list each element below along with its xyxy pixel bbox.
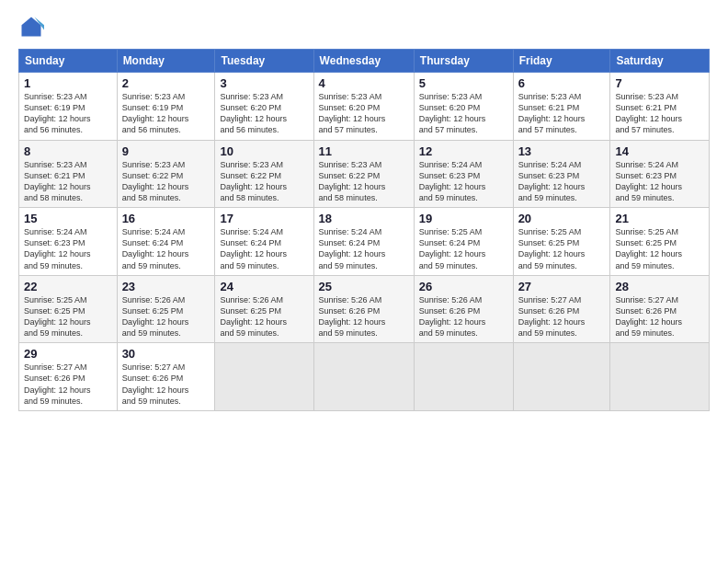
day-detail: Sunrise: 5:26 AM Sunset: 6:26 PM Dayligh…	[319, 294, 409, 339]
day-number: 4	[319, 76, 409, 90]
calendar-cell: 18Sunrise: 5:24 AM Sunset: 6:24 PM Dayli…	[313, 208, 414, 276]
calendar-cell	[215, 343, 313, 411]
day-number: 15	[24, 212, 112, 225]
svg-marker-0	[22, 17, 41, 37]
day-detail: Sunrise: 5:26 AM Sunset: 6:25 PM Dayligh…	[220, 294, 308, 339]
calendar-cell: 24Sunrise: 5:26 AM Sunset: 6:25 PM Dayli…	[215, 275, 313, 343]
day-detail: Sunrise: 5:24 AM Sunset: 6:24 PM Dayligh…	[122, 226, 210, 271]
calendar-cell: 15Sunrise: 5:24 AM Sunset: 6:23 PM Dayli…	[19, 208, 118, 276]
calendar-table: SundayMondayTuesdayWednesdayThursdayFrid…	[18, 49, 710, 411]
day-header-saturday: Saturday	[610, 50, 710, 73]
day-detail: Sunrise: 5:24 AM Sunset: 6:23 PM Dayligh…	[419, 159, 508, 204]
day-detail: Sunrise: 5:27 AM Sunset: 6:26 PM Dayligh…	[122, 362, 210, 407]
day-detail: Sunrise: 5:25 AM Sunset: 6:24 PM Dayligh…	[419, 226, 508, 271]
day-detail: Sunrise: 5:24 AM Sunset: 6:24 PM Dayligh…	[220, 226, 308, 271]
day-number: 6	[518, 76, 606, 90]
header-row	[18, 14, 710, 40]
day-detail: Sunrise: 5:26 AM Sunset: 6:25 PM Dayligh…	[122, 294, 210, 339]
calendar-cell: 10Sunrise: 5:23 AM Sunset: 6:22 PM Dayli…	[215, 140, 313, 208]
calendar-cell: 2Sunrise: 5:23 AM Sunset: 6:19 PM Daylig…	[117, 73, 215, 141]
day-number: 25	[319, 280, 409, 293]
calendar-cell: 11Sunrise: 5:23 AM Sunset: 6:22 PM Dayli…	[313, 140, 414, 208]
calendar-cell: 17Sunrise: 5:24 AM Sunset: 6:24 PM Dayli…	[215, 208, 313, 276]
day-number: 23	[122, 280, 210, 293]
day-detail: Sunrise: 5:24 AM Sunset: 6:23 PM Dayligh…	[518, 159, 606, 204]
day-detail: Sunrise: 5:23 AM Sunset: 6:19 PM Dayligh…	[122, 91, 210, 136]
calendar-cell: 5Sunrise: 5:23 AM Sunset: 6:20 PM Daylig…	[414, 73, 513, 141]
calendar-cell: 14Sunrise: 5:24 AM Sunset: 6:23 PM Dayli…	[610, 140, 710, 208]
calendar-cell	[313, 343, 414, 411]
day-number: 20	[518, 212, 606, 225]
calendar-cell: 13Sunrise: 5:24 AM Sunset: 6:23 PM Dayli…	[513, 140, 610, 208]
calendar-cell: 1Sunrise: 5:23 AM Sunset: 6:19 PM Daylig…	[19, 73, 118, 141]
day-detail: Sunrise: 5:23 AM Sunset: 6:21 PM Dayligh…	[518, 91, 606, 136]
calendar-cell: 20Sunrise: 5:25 AM Sunset: 6:25 PM Dayli…	[513, 208, 610, 276]
calendar-cell: 16Sunrise: 5:24 AM Sunset: 6:24 PM Dayli…	[117, 208, 215, 276]
day-number: 3	[220, 76, 308, 90]
day-detail: Sunrise: 5:24 AM Sunset: 6:23 PM Dayligh…	[24, 226, 112, 271]
day-header-thursday: Thursday	[414, 50, 513, 73]
week-row-1: 1Sunrise: 5:23 AM Sunset: 6:19 PM Daylig…	[19, 73, 710, 141]
day-header-sunday: Sunday	[19, 50, 118, 73]
calendar-cell	[513, 343, 610, 411]
day-number: 28	[615, 280, 704, 293]
day-number: 8	[24, 144, 112, 158]
day-detail: Sunrise: 5:27 AM Sunset: 6:26 PM Dayligh…	[24, 362, 112, 407]
page: SundayMondayTuesdayWednesdayThursdayFrid…	[0, 0, 728, 563]
day-detail: Sunrise: 5:24 AM Sunset: 6:23 PM Dayligh…	[615, 159, 704, 204]
header-row-days: SundayMondayTuesdayWednesdayThursdayFrid…	[19, 50, 710, 73]
day-number: 30	[122, 347, 210, 361]
day-detail: Sunrise: 5:23 AM Sunset: 6:22 PM Dayligh…	[122, 159, 210, 204]
calendar-cell: 8Sunrise: 5:23 AM Sunset: 6:21 PM Daylig…	[19, 140, 118, 208]
calendar-cell	[610, 343, 710, 411]
calendar-cell: 6Sunrise: 5:23 AM Sunset: 6:21 PM Daylig…	[513, 73, 610, 141]
calendar-cell: 26Sunrise: 5:26 AM Sunset: 6:26 PM Dayli…	[414, 275, 513, 343]
day-number: 16	[122, 212, 210, 225]
day-number: 2	[122, 76, 210, 90]
calendar-cell: 28Sunrise: 5:27 AM Sunset: 6:26 PM Dayli…	[610, 275, 710, 343]
day-number: 11	[319, 144, 409, 158]
day-number: 18	[319, 212, 409, 225]
day-number: 21	[615, 212, 704, 225]
day-header-friday: Friday	[513, 50, 610, 73]
day-detail: Sunrise: 5:23 AM Sunset: 6:19 PM Dayligh…	[24, 91, 112, 136]
week-row-4: 22Sunrise: 5:25 AM Sunset: 6:25 PM Dayli…	[19, 275, 710, 343]
calendar-cell: 30Sunrise: 5:27 AM Sunset: 6:26 PM Dayli…	[117, 343, 215, 411]
week-row-2: 8Sunrise: 5:23 AM Sunset: 6:21 PM Daylig…	[19, 140, 710, 208]
day-detail: Sunrise: 5:23 AM Sunset: 6:20 PM Dayligh…	[220, 91, 308, 136]
day-number: 17	[220, 212, 308, 225]
day-detail: Sunrise: 5:23 AM Sunset: 6:21 PM Dayligh…	[24, 159, 112, 204]
day-detail: Sunrise: 5:23 AM Sunset: 6:22 PM Dayligh…	[319, 159, 409, 204]
day-number: 13	[518, 144, 606, 158]
calendar-cell: 27Sunrise: 5:27 AM Sunset: 6:26 PM Dayli…	[513, 275, 610, 343]
calendar-cell: 12Sunrise: 5:24 AM Sunset: 6:23 PM Dayli…	[414, 140, 513, 208]
day-detail: Sunrise: 5:26 AM Sunset: 6:26 PM Dayligh…	[419, 294, 508, 339]
calendar-cell: 22Sunrise: 5:25 AM Sunset: 6:25 PM Dayli…	[19, 275, 118, 343]
day-detail: Sunrise: 5:27 AM Sunset: 6:26 PM Dayligh…	[518, 294, 606, 339]
calendar-cell: 7Sunrise: 5:23 AM Sunset: 6:21 PM Daylig…	[610, 73, 710, 141]
day-number: 12	[419, 144, 508, 158]
calendar-cell: 3Sunrise: 5:23 AM Sunset: 6:20 PM Daylig…	[215, 73, 313, 141]
day-number: 9	[122, 144, 210, 158]
day-number: 1	[24, 76, 112, 90]
day-number: 24	[220, 280, 308, 293]
logo-icon	[18, 14, 44, 40]
day-header-wednesday: Wednesday	[313, 50, 414, 73]
day-detail: Sunrise: 5:23 AM Sunset: 6:22 PM Dayligh…	[220, 159, 308, 204]
day-detail: Sunrise: 5:23 AM Sunset: 6:21 PM Dayligh…	[615, 91, 704, 136]
day-detail: Sunrise: 5:23 AM Sunset: 6:20 PM Dayligh…	[419, 91, 508, 136]
calendar-cell: 23Sunrise: 5:26 AM Sunset: 6:25 PM Dayli…	[117, 275, 215, 343]
calendar-cell: 4Sunrise: 5:23 AM Sunset: 6:20 PM Daylig…	[313, 73, 414, 141]
calendar-cell: 9Sunrise: 5:23 AM Sunset: 6:22 PM Daylig…	[117, 140, 215, 208]
calendar-cell: 21Sunrise: 5:25 AM Sunset: 6:25 PM Dayli…	[610, 208, 710, 276]
calendar-cell: 25Sunrise: 5:26 AM Sunset: 6:26 PM Dayli…	[313, 275, 414, 343]
day-number: 14	[615, 144, 704, 158]
day-detail: Sunrise: 5:25 AM Sunset: 6:25 PM Dayligh…	[615, 226, 704, 271]
day-detail: Sunrise: 5:27 AM Sunset: 6:26 PM Dayligh…	[615, 294, 704, 339]
calendar-cell: 19Sunrise: 5:25 AM Sunset: 6:24 PM Dayli…	[414, 208, 513, 276]
day-number: 27	[518, 280, 606, 293]
logo	[18, 14, 48, 40]
day-detail: Sunrise: 5:24 AM Sunset: 6:24 PM Dayligh…	[319, 226, 409, 271]
calendar-cell: 29Sunrise: 5:27 AM Sunset: 6:26 PM Dayli…	[19, 343, 118, 411]
week-row-3: 15Sunrise: 5:24 AM Sunset: 6:23 PM Dayli…	[19, 208, 710, 276]
